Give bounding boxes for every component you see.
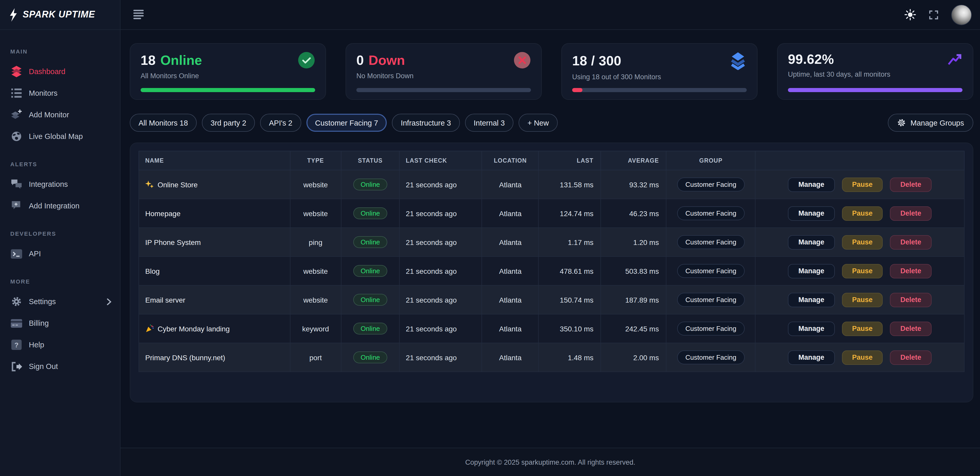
last-cell: 478.61 ms [539, 257, 601, 286]
monitor-name: Cyber Monday landing [158, 324, 230, 333]
table-row: IP Phone SystempingOnline21 seconds agoA… [139, 228, 964, 257]
sidebar-item-live-global-map[interactable]: Live Global Map [0, 125, 120, 147]
trend-up-icon [947, 52, 963, 67]
stat-value: 18 [141, 52, 156, 68]
credit-card-icon [10, 319, 22, 328]
sidebar-item-api[interactable]: API [0, 243, 120, 265]
terminal-icon [10, 249, 22, 259]
stat-subtitle: All Monitors Online [141, 72, 315, 80]
user-avatar[interactable] [951, 5, 972, 25]
help-icon: ? [10, 340, 22, 350]
stat-status-word: Down [369, 52, 405, 68]
table-row: BlogwebsiteOnline21 seconds agoAtlanta47… [139, 257, 964, 286]
group-cell: Customer Facing [667, 257, 756, 286]
pause-button[interactable]: Pause [842, 235, 883, 249]
manage-button[interactable]: Manage [788, 350, 835, 365]
pause-button[interactable]: Pause [842, 321, 883, 336]
last-cell: 124.74 ms [539, 199, 601, 228]
table-row: Online StorewebsiteOnline21 seconds agoA… [139, 170, 964, 199]
manage-button[interactable]: Manage [788, 321, 835, 336]
manage-groups-button[interactable]: Manage Groups [888, 114, 973, 132]
pause-button[interactable]: Pause [842, 177, 883, 192]
name-cell: Primary DNS (bunny.net) [139, 343, 290, 372]
group-cell: Customer Facing [667, 286, 756, 314]
manage-button[interactable]: Manage [788, 177, 835, 192]
sidebar-item-help[interactable]: ?Help [0, 334, 120, 355]
type-cell: keyword [290, 314, 341, 343]
layers-icon [10, 65, 22, 78]
copyright-text: Copyright © 2025 sparkuptime.com. All ri… [465, 458, 635, 466]
sidebar-section-label: ALERTS [10, 161, 120, 167]
table-row: Cyber Monday landingkeywordOnline21 seco… [139, 314, 964, 343]
pause-button[interactable]: Pause [842, 206, 883, 221]
sidebar-item-label: Settings [29, 297, 56, 306]
stat-progress-track [141, 88, 315, 92]
menu-icon[interactable] [134, 10, 145, 19]
manage-button[interactable]: Manage [788, 292, 835, 307]
chat-plus-icon [10, 201, 22, 211]
brand-name: SPARK UPTIME [23, 9, 95, 20]
filter-chip-api-s-2[interactable]: API's 2 [260, 114, 301, 132]
stat-card-3: 99.62%Uptime, last 30 days, all monitors [777, 43, 973, 100]
stat-progress-track [572, 88, 747, 92]
filter-chip-3rd-party-2[interactable]: 3rd party 2 [202, 114, 255, 132]
delete-button[interactable]: Delete [890, 235, 932, 249]
delete-button[interactable]: Delete [890, 264, 932, 278]
main-content: 18OnlineAll Monitors Online0DownNo Monit… [121, 30, 980, 476]
stat-subtitle: Uptime, last 30 days, all monitors [788, 70, 963, 78]
actions-cell: ManagePauseDelete [756, 228, 964, 257]
pause-button[interactable]: Pause [842, 350, 883, 365]
filter-chip-internal-3[interactable]: Internal 3 [465, 114, 514, 132]
actions-cell: ManagePauseDelete [756, 314, 964, 343]
spacer [130, 402, 973, 448]
sidebar-item-sign-out[interactable]: Sign Out [0, 355, 120, 377]
type-cell: website [290, 286, 341, 314]
sidebar-item-integrations[interactable]: Integrations [0, 173, 120, 195]
sidebar-item-dashboard[interactable]: Dashboard [0, 61, 120, 83]
sidebar-item-add-integration[interactable]: Add Integration [0, 195, 120, 217]
filter-bar: All Monitors 183rd party 2API's 2Custome… [130, 114, 973, 132]
delete-button[interactable]: Delete [890, 292, 932, 307]
delete-button[interactable]: Delete [890, 321, 932, 336]
last-check-cell: 21 seconds ago [399, 257, 482, 286]
monitor-name: IP Phone System [145, 238, 201, 246]
pause-button[interactable]: Pause [842, 292, 883, 307]
group-badge: Customer Facing [677, 293, 745, 307]
manage-button[interactable]: Manage [788, 235, 835, 249]
sidebar-item-monitors[interactable]: Monitors [0, 83, 120, 104]
brand-logo[interactable]: SPARK UPTIME [0, 0, 121, 30]
last-cell: 150.74 ms [539, 286, 601, 314]
location-cell: Atlanta [482, 228, 539, 257]
status-cell: Online [341, 199, 399, 228]
manage-button[interactable]: Manage [788, 206, 835, 221]
manage-button[interactable]: Manage [788, 264, 835, 278]
filter-chip-new[interactable]: + New [519, 114, 557, 132]
col-header-last: LAST [539, 151, 601, 170]
sidebar-section-label: MORE [10, 278, 120, 284]
sidebar-item-label: Add Monitor [29, 111, 69, 119]
pause-button[interactable]: Pause [842, 264, 883, 278]
sun-icon[interactable] [904, 9, 916, 21]
filter-chip-all-monitors-18[interactable]: All Monitors 18 [130, 114, 197, 132]
status-badge: Online [353, 323, 387, 335]
sidebar-item-add-monitor[interactable]: Add Monitor [0, 104, 120, 125]
check-circle-icon [298, 51, 315, 69]
filter-chip-customer-facing-7[interactable]: Customer Facing 7 [306, 114, 387, 132]
fullscreen-icon[interactable] [929, 10, 939, 20]
sidebar-item-label: Monitors [29, 89, 57, 97]
filter-chip-infrastructure-3[interactable]: Infrastructure 3 [392, 114, 460, 132]
name-cell: Homepage [139, 199, 290, 228]
group-badge: Customer Facing [677, 351, 745, 364]
delete-button[interactable]: Delete [890, 206, 932, 221]
stat-card-0: 18OnlineAll Monitors Online [130, 43, 326, 100]
col-header-average: AVERAGE [601, 151, 667, 170]
last-check-cell: 21 seconds ago [399, 170, 482, 199]
status-badge: Online [353, 265, 387, 277]
status-badge: Online [353, 236, 387, 248]
delete-button[interactable]: Delete [890, 350, 932, 365]
delete-button[interactable]: Delete [890, 177, 932, 192]
stack-icon [729, 51, 747, 70]
sidebar-item-settings[interactable]: Settings [0, 291, 120, 313]
sidebar-item-billing[interactable]: Billing [0, 313, 120, 334]
col-header-type: TYPE [290, 151, 341, 170]
